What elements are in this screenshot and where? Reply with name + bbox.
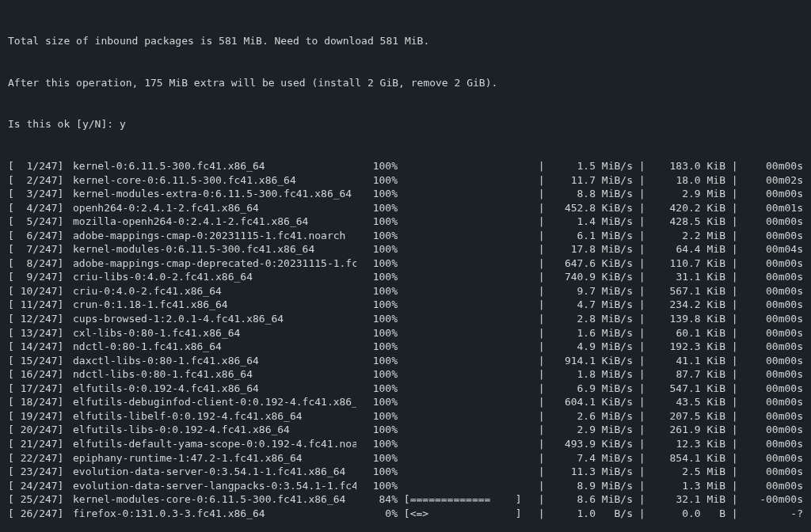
row-index: [ 8/247] [8, 256, 73, 271]
separator: | [633, 423, 650, 437]
eta: 00m00s [743, 187, 803, 201]
speed: 4.7 MiB/s [550, 298, 633, 312]
download-rows: [ 1/247] kernel-0:6.11.5-300.fc41.x86_64… [8, 159, 803, 520]
separator: | [725, 326, 743, 340]
eta: 00m00s [743, 354, 803, 368]
percent: 100% [356, 409, 398, 424]
size: 60.1 KiB [650, 326, 725, 340]
confirm-answer[interactable]: y [120, 118, 126, 130]
separator: | [532, 173, 550, 188]
progress-bar [398, 284, 532, 298]
separator: | [725, 479, 743, 493]
separator: | [532, 354, 550, 368]
download-row: [ 13/247] cxl-libs-0:80-1.fc41.x86_64100… [8, 326, 803, 340]
separator: | [633, 479, 650, 493]
download-row: [ 2/247] kernel-core-0:6.11.5-300.fc41.x… [8, 173, 803, 188]
separator: | [725, 423, 743, 437]
size: 547.1 KiB [650, 382, 725, 396]
eta: -? [743, 507, 803, 521]
size: 567.1 KiB [650, 284, 725, 298]
speed: 6.1 MiB/s [550, 229, 633, 243]
speed: 2.8 MiB/s [550, 312, 633, 326]
eta: 00m02s [743, 173, 803, 188]
speed: 914.1 KiB/s [550, 354, 633, 368]
eta: 00m00s [743, 409, 803, 424]
size: 428.5 KiB [650, 215, 725, 229]
size: 110.7 KiB [650, 256, 725, 271]
size: 139.8 KiB [650, 312, 725, 326]
percent: 100% [356, 423, 398, 437]
separator: | [633, 340, 650, 354]
size: 192.3 KiB [650, 340, 725, 354]
progress-bar [398, 367, 532, 382]
download-row: [ 26/247] firefox-0:131.0.3-3.fc41.x86_6… [8, 507, 803, 521]
separator: | [532, 229, 550, 243]
row-index: [ 18/247] [8, 395, 73, 409]
download-row: [ 5/247] mozilla-openh264-0:2.4.1-2.fc41… [8, 215, 803, 229]
size: 261.9 KiB [650, 423, 725, 437]
eta: 00m00s [743, 367, 803, 382]
speed: 604.1 KiB/s [550, 395, 633, 409]
row-index: [ 24/247] [8, 479, 73, 493]
separator: | [532, 492, 550, 507]
speed: 8.9 MiB/s [550, 479, 633, 493]
download-row: [ 16/247] ndctl-libs-0:80-1.fc41.x86_641… [8, 367, 803, 382]
row-index: [ 13/247] [8, 326, 73, 340]
package-name: elfutils-libs-0:0.192-4.fc41.x86_64 [73, 423, 356, 437]
download-row: [ 22/247] epiphany-runtime-1:47.2-1.fc41… [8, 451, 803, 466]
separator: | [532, 201, 550, 215]
separator: | [725, 270, 743, 284]
separator: | [532, 242, 550, 256]
row-index: [ 25/247] [8, 492, 73, 507]
download-row: [ 7/247] kernel-modules-0:6.11.5-300.fc4… [8, 242, 803, 256]
eta: 00m00s [743, 215, 803, 229]
separator: | [725, 187, 743, 201]
separator: | [532, 340, 550, 354]
package-name: cxl-libs-0:80-1.fc41.x86_64 [73, 326, 356, 340]
progress-bar [398, 437, 532, 451]
size: 64.4 MiB [650, 242, 725, 256]
eta: 00m00s [743, 465, 803, 479]
row-index: [ 2/247] [8, 173, 73, 188]
download-row: [ 6/247] adobe-mappings-cmap-0:20231115-… [8, 229, 803, 243]
eta: 00m00s [743, 284, 803, 298]
progress-bar [398, 187, 532, 201]
separator: | [532, 159, 550, 173]
progress-bar [398, 479, 532, 493]
separator: | [633, 367, 650, 382]
separator: | [725, 312, 743, 326]
percent: 100% [356, 187, 398, 201]
package-name: criu-libs-0:4.0-2.fc41.x86_64 [73, 270, 356, 284]
separator: | [725, 465, 743, 479]
separator: | [633, 354, 650, 368]
row-index: [ 21/247] [8, 437, 73, 451]
separator: | [725, 451, 743, 466]
size: 18.0 MiB [650, 173, 725, 188]
speed: 1.0 B/s [550, 507, 633, 521]
separator: | [633, 465, 650, 479]
speed: 4.9 MiB/s [550, 340, 633, 354]
separator: | [532, 187, 550, 201]
separator: | [725, 201, 743, 215]
row-index: [ 6/247] [8, 229, 73, 243]
percent: 100% [356, 215, 398, 229]
progress-bar [398, 409, 532, 424]
separator: | [633, 159, 650, 173]
eta: 00m00s [743, 159, 803, 173]
percent: 100% [356, 326, 398, 340]
percent: 100% [356, 395, 398, 409]
speed: 2.6 MiB/s [550, 409, 633, 424]
package-name: crun-0:1.18-1.fc41.x86_64 [73, 298, 356, 312]
separator: | [532, 298, 550, 312]
eta: 00m00s [743, 312, 803, 326]
download-row: [ 25/247] kernel-modules-core-0:6.11.5-3… [8, 492, 803, 507]
separator: | [532, 270, 550, 284]
size: 2.5 MiB [650, 465, 725, 479]
separator: | [725, 340, 743, 354]
percent: 100% [356, 284, 398, 298]
package-name: criu-0:4.0-2.fc41.x86_64 [73, 284, 356, 298]
percent: 100% [356, 465, 398, 479]
speed: 7.4 MiB/s [550, 451, 633, 466]
eta: 00m00s [743, 423, 803, 437]
download-row: [ 14/247] ndctl-0:80-1.fc41.x86_64100% |… [8, 340, 803, 354]
